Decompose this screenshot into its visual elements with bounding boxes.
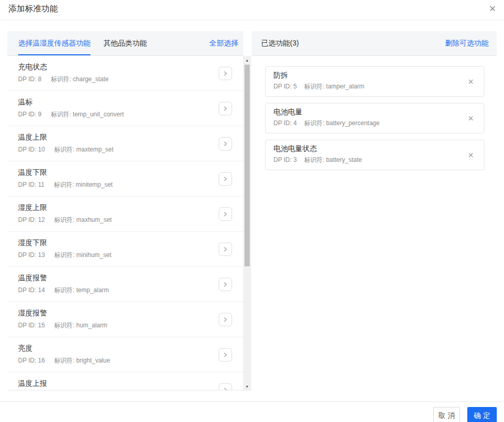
selected-function-identifier: 标识符: battery_state xyxy=(304,156,362,163)
add-function-button[interactable] xyxy=(219,348,232,361)
selected-function-card: 电池电量状态 DP ID: 3标识符: battery_state × xyxy=(265,140,484,170)
chevron-right-icon xyxy=(222,281,228,288)
function-dp-id: DP ID: 14 xyxy=(18,287,45,294)
right-panel-header: 已选功能(3) 删除可选功能 xyxy=(252,31,497,56)
function-dp-id: DP ID: 8 xyxy=(18,76,41,83)
add-function-button[interactable] xyxy=(219,278,232,291)
dialog-title: 添加标准功能 xyxy=(8,4,58,14)
function-name: 湿度上限 xyxy=(18,203,243,213)
selected-function-identifier: 标识符: tamper_alarm xyxy=(304,83,364,90)
function-name: 充电状态 xyxy=(18,63,243,72)
function-meta: DP ID: 9标识符: temp_unit_convert xyxy=(18,110,243,119)
function-meta: DP ID: 12标识符: maxhum_set xyxy=(18,216,243,224)
function-identifier: 标识符: minitemp_set xyxy=(54,181,113,188)
selected-function-dp-id: DP ID: 3 xyxy=(273,156,297,163)
function-name: 湿度报警 xyxy=(18,309,243,318)
selected-function-meta: DP ID: 4标识符: battery_percentage xyxy=(273,119,484,128)
function-name: 温度下限 xyxy=(18,168,243,177)
remove-function-button[interactable]: × xyxy=(468,114,474,123)
selected-function-name: 防拆 xyxy=(273,71,484,80)
function-row: 亮度 DP ID: 16标识符: bright_value xyxy=(7,337,243,372)
function-dp-id: DP ID: 10 xyxy=(18,146,45,153)
remove-function-button[interactable]: × xyxy=(468,77,474,86)
function-dp-id: DP ID: 12 xyxy=(18,216,45,223)
function-name: 温度报警 xyxy=(18,274,243,283)
selected-function-name: 电池电量 xyxy=(273,108,484,117)
function-meta: DP ID: 8标识符: charge_state xyxy=(18,75,243,84)
add-function-button[interactable] xyxy=(219,172,232,186)
left-panel-header: 选择温湿度传感器功能 其他品类功能 全部选择 xyxy=(7,31,243,56)
chevron-right-icon xyxy=(222,387,228,391)
function-dp-id: DP ID: 11 xyxy=(18,181,44,188)
add-function-button[interactable] xyxy=(219,137,232,150)
tab-other-categories[interactable]: 其他品类功能 xyxy=(103,31,147,55)
remove-function-button[interactable]: × xyxy=(468,150,474,160)
cancel-button[interactable]: 取 消 xyxy=(433,407,460,422)
chevron-right-icon xyxy=(222,211,228,217)
function-name: 温度上报 xyxy=(18,379,243,388)
chevron-right-icon xyxy=(222,106,228,112)
add-function-button[interactable] xyxy=(219,102,232,115)
dialog-close-icon[interactable]: × xyxy=(489,1,496,17)
selected-function-card: 电池电量 DP ID: 4标识符: battery_percentage × xyxy=(265,103,484,133)
add-function-button[interactable] xyxy=(219,383,232,391)
scrollbar-thumb[interactable] xyxy=(245,65,250,266)
select-all-link[interactable]: 全部选择 xyxy=(209,39,243,48)
chevron-right-icon xyxy=(222,352,228,358)
function-meta: DP ID: 16标识符: bright_value xyxy=(18,356,243,365)
dialog-body: 选择温湿度传感器功能 其他品类功能 全部选择 充电状态 DP ID: 8标识符:… xyxy=(7,31,497,390)
add-function-button[interactable] xyxy=(219,313,232,326)
function-list-wrapper: 充电状态 DP ID: 8标识符: charge_state 温标 DP ID:… xyxy=(7,56,252,390)
function-meta: DP ID: 10标识符: maxtemp_set xyxy=(18,145,243,154)
remove-optional-link[interactable]: 删除可选功能 xyxy=(445,39,488,48)
function-identifier: 标识符: charge_state xyxy=(51,76,109,83)
chevron-right-icon xyxy=(222,176,228,182)
selected-function-identifier: 标识符: battery_percentage xyxy=(304,119,379,127)
chevron-right-icon xyxy=(222,317,228,323)
function-dp-id: DP ID: 15 xyxy=(18,322,45,329)
function-identifier: 标识符: maxhum_set xyxy=(54,216,112,223)
selected-function-meta: DP ID: 3标识符: battery_state xyxy=(273,156,484,164)
confirm-button[interactable]: 确 定 xyxy=(467,407,497,422)
function-row: 温度报警 DP ID: 14标识符: temp_alarm xyxy=(7,267,243,302)
chevron-right-icon xyxy=(222,141,228,147)
function-meta: DP ID: 13标识符: minihum_set xyxy=(18,251,243,260)
function-identifier: 标识符: temp_alarm xyxy=(54,287,109,294)
function-name: 湿度下限 xyxy=(18,238,243,248)
selected-function-name: 电池电量状态 xyxy=(273,144,484,154)
selected-function-dp-id: DP ID: 5 xyxy=(273,83,297,90)
function-row: 温度下限 DP ID: 11标识符: minitemp_set xyxy=(7,161,243,197)
function-identifier: 标识符: hum_alarm xyxy=(54,322,108,329)
add-function-button[interactable] xyxy=(219,67,232,80)
scroll-up-button[interactable]: ▲ xyxy=(243,56,251,64)
function-dp-id: DP ID: 9 xyxy=(18,111,41,118)
selected-function-meta: DP ID: 5标识符: tamper_alarm xyxy=(273,82,484,91)
function-name: 亮度 xyxy=(18,344,243,353)
function-row: 温度上限 DP ID: 10标识符: maxtemp_set xyxy=(7,126,243,161)
function-row: 温度上报 xyxy=(7,372,243,390)
add-function-button[interactable] xyxy=(219,243,232,256)
selected-function-dp-id: DP ID: 4 xyxy=(273,119,297,127)
tab-sensor-functions[interactable]: 选择温湿度传感器功能 xyxy=(18,31,90,55)
add-function-button[interactable] xyxy=(219,207,232,221)
function-identifier: 标识符: bright_value xyxy=(54,357,110,364)
chevron-right-icon xyxy=(222,70,228,77)
function-name: 温标 xyxy=(18,98,243,107)
function-identifier: 标识符: maxtemp_set xyxy=(54,146,114,153)
dialog-header: 添加标准功能 × xyxy=(0,0,504,20)
available-functions-panel: 选择温湿度传感器功能 其他品类功能 全部选择 充电状态 DP ID: 8标识符:… xyxy=(7,31,252,390)
scroll-down-button[interactable]: ▼ xyxy=(243,382,251,390)
function-identifier: 标识符: minihum_set xyxy=(54,251,112,259)
dialog-footer: 取 消 确 定 xyxy=(0,401,504,422)
function-row: 充电状态 DP ID: 8标识符: charge_state xyxy=(7,56,243,91)
function-name: 温度上限 xyxy=(18,133,243,142)
function-meta: DP ID: 14标识符: temp_alarm xyxy=(18,286,243,295)
function-meta: DP ID: 15标识符: hum_alarm xyxy=(18,321,243,330)
function-dp-id: DP ID: 13 xyxy=(18,251,45,259)
selected-function-list: 防拆 DP ID: 5标识符: tamper_alarm × 电池电量 DP I… xyxy=(252,56,497,170)
scrollbar-track[interactable]: ▲ ▼ xyxy=(243,56,251,390)
function-row: 湿度上限 DP ID: 12标识符: maxhum_set xyxy=(7,197,243,232)
selected-function-card: 防拆 DP ID: 5标识符: tamper_alarm × xyxy=(265,66,484,97)
chevron-right-icon xyxy=(222,246,228,252)
function-list: 充电状态 DP ID: 8标识符: charge_state 温标 DP ID:… xyxy=(7,56,243,390)
